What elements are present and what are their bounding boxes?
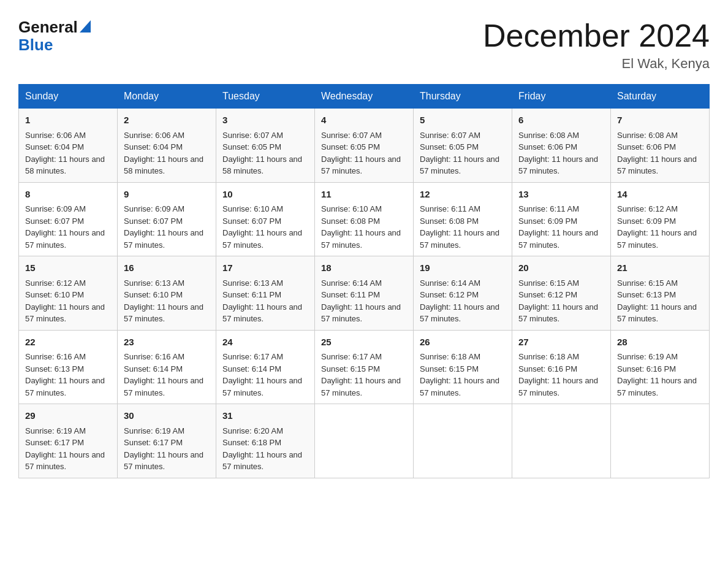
calendar-day-cell: 31Sunrise: 6:20 AMSunset: 6:18 PMDayligh… [216, 404, 315, 478]
day-number: 23 [124, 335, 210, 350]
calendar-body: 1Sunrise: 6:06 AMSunset: 6:04 PMDaylight… [19, 109, 710, 478]
day-info: Sunrise: 6:11 AMSunset: 6:09 PMDaylight:… [518, 204, 598, 250]
calendar-day-cell: 11Sunrise: 6:10 AMSunset: 6:08 PMDayligh… [315, 182, 414, 256]
day-number: 22 [25, 335, 111, 350]
calendar-header-row: SundayMondayTuesdayWednesdayThursdayFrid… [19, 85, 710, 109]
day-info: Sunrise: 6:12 AMSunset: 6:09 PMDaylight:… [617, 204, 697, 250]
day-info: Sunrise: 6:16 AMSunset: 6:13 PMDaylight:… [25, 352, 105, 397]
calendar-day-cell: 27Sunrise: 6:18 AMSunset: 6:16 PMDayligh… [512, 330, 611, 404]
logo-general-text: General [18, 18, 78, 36]
location: El Wak, Kenya [483, 56, 710, 72]
day-info: Sunrise: 6:18 AMSunset: 6:16 PMDaylight:… [518, 352, 598, 397]
calendar-day-cell: 17Sunrise: 6:13 AMSunset: 6:11 PMDayligh… [216, 256, 315, 331]
day-number: 28 [617, 335, 703, 350]
day-info: Sunrise: 6:07 AMSunset: 6:05 PMDaylight:… [420, 131, 499, 176]
day-number: 29 [25, 409, 111, 423]
calendar-day-cell [611, 404, 710, 478]
calendar-day-cell: 20Sunrise: 6:15 AMSunset: 6:12 PMDayligh… [512, 256, 611, 331]
day-info: Sunrise: 6:16 AMSunset: 6:14 PMDaylight:… [124, 352, 203, 397]
calendar-day-cell: 30Sunrise: 6:19 AMSunset: 6:17 PMDayligh… [118, 404, 216, 478]
calendar-day-cell: 3Sunrise: 6:07 AMSunset: 6:05 PMDaylight… [216, 109, 315, 183]
day-number: 5 [420, 113, 506, 128]
calendar-day-cell: 7Sunrise: 6:08 AMSunset: 6:06 PMDaylight… [611, 109, 710, 183]
calendar-day-cell: 8Sunrise: 6:09 AMSunset: 6:07 PMDaylight… [19, 182, 118, 256]
calendar-day-cell [315, 404, 414, 478]
day-info: Sunrise: 6:12 AMSunset: 6:10 PMDaylight:… [25, 278, 105, 324]
calendar-day-cell: 10Sunrise: 6:10 AMSunset: 6:07 PMDayligh… [216, 182, 315, 256]
day-info: Sunrise: 6:06 AMSunset: 6:04 PMDaylight:… [124, 131, 203, 176]
calendar-day-cell: 24Sunrise: 6:17 AMSunset: 6:14 PMDayligh… [216, 330, 315, 404]
day-number: 9 [124, 188, 210, 202]
day-info: Sunrise: 6:15 AMSunset: 6:13 PMDaylight:… [617, 278, 697, 324]
page-header: General Blue December 2024 El Wak, Kenya [18, 18, 710, 72]
day-info: Sunrise: 6:19 AMSunset: 6:17 PMDaylight:… [124, 426, 203, 472]
day-info: Sunrise: 6:09 AMSunset: 6:07 PMDaylight:… [25, 204, 105, 250]
calendar-day-cell: 28Sunrise: 6:19 AMSunset: 6:16 PMDayligh… [611, 330, 710, 404]
day-number: 31 [222, 409, 308, 423]
logo-triangle-icon [80, 20, 91, 36]
day-info: Sunrise: 6:11 AMSunset: 6:08 PMDaylight:… [420, 204, 499, 250]
day-info: Sunrise: 6:18 AMSunset: 6:15 PMDaylight:… [420, 352, 499, 397]
day-of-week-header: Saturday [611, 85, 710, 109]
calendar-day-cell: 25Sunrise: 6:17 AMSunset: 6:15 PMDayligh… [315, 330, 414, 404]
day-info: Sunrise: 6:13 AMSunset: 6:10 PMDaylight:… [124, 278, 203, 324]
day-of-week-header: Sunday [19, 85, 118, 109]
day-info: Sunrise: 6:17 AMSunset: 6:15 PMDaylight:… [321, 352, 401, 397]
day-number: 7 [617, 113, 703, 128]
calendar-day-cell: 26Sunrise: 6:18 AMSunset: 6:15 PMDayligh… [414, 330, 512, 404]
day-number: 16 [124, 261, 210, 275]
day-number: 20 [518, 261, 604, 275]
day-of-week-header: Friday [512, 85, 611, 109]
calendar-day-cell [414, 404, 512, 478]
calendar-day-cell: 2Sunrise: 6:06 AMSunset: 6:04 PMDaylight… [118, 109, 216, 183]
day-info: Sunrise: 6:19 AMSunset: 6:16 PMDaylight:… [617, 352, 697, 397]
calendar-day-cell: 15Sunrise: 6:12 AMSunset: 6:10 PMDayligh… [19, 256, 118, 331]
day-info: Sunrise: 6:07 AMSunset: 6:05 PMDaylight:… [222, 131, 302, 176]
calendar-day-cell: 13Sunrise: 6:11 AMSunset: 6:09 PMDayligh… [512, 182, 611, 256]
day-info: Sunrise: 6:06 AMSunset: 6:04 PMDaylight:… [25, 131, 105, 176]
day-number: 14 [617, 188, 703, 202]
day-info: Sunrise: 6:08 AMSunset: 6:06 PMDaylight:… [617, 131, 697, 176]
calendar-table: SundayMondayTuesdayWednesdayThursdayFrid… [18, 84, 710, 478]
calendar-day-cell: 16Sunrise: 6:13 AMSunset: 6:10 PMDayligh… [118, 256, 216, 331]
calendar-week-row: 15Sunrise: 6:12 AMSunset: 6:10 PMDayligh… [19, 256, 710, 331]
day-number: 1 [25, 113, 111, 128]
day-number: 4 [321, 113, 407, 128]
calendar-day-cell [512, 404, 611, 478]
svg-marker-0 [80, 20, 91, 33]
calendar-day-cell: 12Sunrise: 6:11 AMSunset: 6:08 PMDayligh… [414, 182, 512, 256]
day-info: Sunrise: 6:14 AMSunset: 6:12 PMDaylight:… [420, 278, 499, 324]
day-number: 6 [518, 113, 604, 128]
day-info: Sunrise: 6:09 AMSunset: 6:07 PMDaylight:… [124, 204, 203, 250]
calendar-day-cell: 6Sunrise: 6:08 AMSunset: 6:06 PMDaylight… [512, 109, 611, 183]
day-info: Sunrise: 6:07 AMSunset: 6:05 PMDaylight:… [321, 131, 401, 176]
calendar-day-cell: 1Sunrise: 6:06 AMSunset: 6:04 PMDaylight… [19, 109, 118, 183]
day-info: Sunrise: 6:13 AMSunset: 6:11 PMDaylight:… [222, 278, 302, 324]
title-area: December 2024 El Wak, Kenya [483, 18, 710, 72]
day-info: Sunrise: 6:08 AMSunset: 6:06 PMDaylight:… [518, 131, 598, 176]
calendar-week-row: 1Sunrise: 6:06 AMSunset: 6:04 PMDaylight… [19, 109, 710, 183]
calendar-day-cell: 14Sunrise: 6:12 AMSunset: 6:09 PMDayligh… [611, 182, 710, 256]
day-number: 25 [321, 335, 407, 350]
day-info: Sunrise: 6:10 AMSunset: 6:08 PMDaylight:… [321, 204, 401, 250]
calendar-day-cell: 9Sunrise: 6:09 AMSunset: 6:07 PMDaylight… [118, 182, 216, 256]
day-number: 19 [420, 261, 506, 275]
calendar-week-row: 8Sunrise: 6:09 AMSunset: 6:07 PMDaylight… [19, 182, 710, 256]
day-info: Sunrise: 6:20 AMSunset: 6:18 PMDaylight:… [222, 426, 302, 472]
day-number: 15 [25, 261, 111, 275]
calendar-day-cell: 5Sunrise: 6:07 AMSunset: 6:05 PMDaylight… [414, 109, 512, 183]
day-number: 27 [518, 335, 604, 350]
calendar-week-row: 29Sunrise: 6:19 AMSunset: 6:17 PMDayligh… [19, 404, 710, 478]
calendar-day-cell: 21Sunrise: 6:15 AMSunset: 6:13 PMDayligh… [611, 256, 710, 331]
day-of-week-header: Wednesday [315, 85, 414, 109]
logo: General Blue [18, 18, 91, 53]
day-info: Sunrise: 6:17 AMSunset: 6:14 PMDaylight:… [222, 352, 302, 397]
day-of-week-header: Monday [118, 85, 216, 109]
day-number: 18 [321, 261, 407, 275]
calendar-day-cell: 29Sunrise: 6:19 AMSunset: 6:17 PMDayligh… [19, 404, 118, 478]
day-number: 24 [222, 335, 308, 350]
logo-blue-text: Blue [18, 36, 53, 54]
day-info: Sunrise: 6:15 AMSunset: 6:12 PMDaylight:… [518, 278, 598, 324]
calendar-day-cell: 4Sunrise: 6:07 AMSunset: 6:05 PMDaylight… [315, 109, 414, 183]
day-number: 12 [420, 188, 506, 202]
